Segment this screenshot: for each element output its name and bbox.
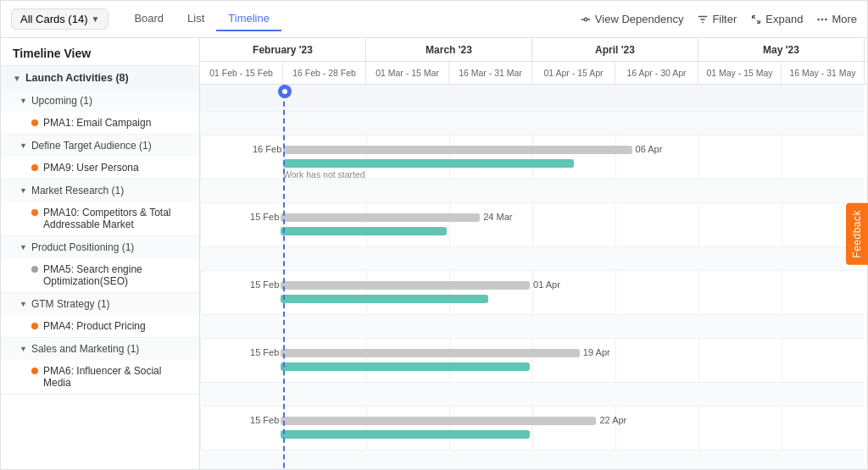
period-cell: 01 Mar - 15 Mar: [366, 62, 449, 84]
timeline-row-subgroup: [200, 247, 865, 271]
caret-icon: ▼: [13, 74, 21, 83]
subgroup-gtm[interactable]: ▼ GTM Strategy (1): [1, 293, 199, 315]
bar-label-left: 16 Feb: [253, 144, 281, 154]
svg-point-0: [818, 18, 821, 20]
bar-label-right: 06 Apr: [636, 144, 663, 154]
period-cell: 16 Feb - 28 Feb: [283, 62, 366, 84]
period-cell: 01 May - 15 May: [698, 62, 782, 84]
subgroup-gtm-label: GTM Strategy (1): [31, 298, 110, 310]
timeline-header: February '23March '23April '23May '23 01…: [200, 38, 867, 85]
toolbar-right: View Dependency Filter Expand More: [580, 13, 857, 25]
status-dot-orange: [31, 368, 38, 374]
caret-icon: ▼: [19, 345, 27, 353]
timeline-row-subgroup: [200, 383, 865, 406]
filter-icon: [697, 14, 709, 25]
filter-button[interactable]: Filter: [697, 13, 737, 25]
timeline-row-task: 15 Feb24 Mar: [200, 203, 865, 247]
bar-label-right: 22 Apr: [599, 415, 626, 425]
bar-label-left: 15 Feb: [250, 347, 279, 357]
task-pma4[interactable]: PMA4: Product Pricing: [1, 315, 199, 338]
subgroup-upcoming[interactable]: ▼ Upcoming (1): [1, 90, 199, 112]
period-cell: 16 May - 31 May: [782, 62, 865, 84]
filter-label: Filter: [712, 13, 737, 25]
timeline-row-subgroup: [200, 180, 865, 203]
sidebar-title: Timeline View: [1, 38, 199, 66]
bar-label-right: 19 Apr: [583, 347, 610, 357]
status-dot-orange: [31, 164, 38, 171]
more-button[interactable]: More: [816, 13, 857, 25]
subgroup-define[interactable]: ▼ Define Target Audience (1): [1, 135, 199, 157]
task-pma1-label: PMA1: Email Campaign: [43, 117, 151, 129]
month-cell: May '23: [698, 38, 865, 61]
subgroup-market-label: Market Research (1): [31, 185, 124, 196]
task-pma5[interactable]: PMA5: Search engine Optimization(SEO): [1, 258, 199, 293]
period-cell: 01 Feb - 15 Feb: [200, 62, 283, 84]
task-pma6[interactable]: PMA6: Influencer & Social Media: [1, 360, 199, 395]
feedback-button[interactable]: Feedback: [846, 203, 867, 265]
gantt-bar-gray: [283, 146, 632, 154]
expand-button[interactable]: Expand: [750, 13, 803, 25]
view-tabs: Board List Timeline: [122, 7, 281, 31]
caret-icon: ▼: [19, 186, 27, 195]
subgroup-sales[interactable]: ▼ Sales and Marketing (1): [1, 338, 199, 360]
view-dependency-label: View Dependency: [595, 13, 684, 25]
caret-icon: ▼: [19, 97, 27, 105]
caret-icon: ▼: [19, 243, 27, 252]
gantt-bar-gray: [281, 417, 596, 425]
task-pma10[interactable]: PMA10: Competitors & Total Addressable M…: [1, 202, 199, 236]
timeline-row-task: 16 Feb06 AprWork has not started: [200, 135, 865, 180]
subgroup-define-label: Define Target Audience (1): [31, 140, 152, 152]
tab-timeline[interactable]: Timeline: [216, 7, 281, 31]
subgroup-upcoming-label: Upcoming (1): [31, 95, 92, 107]
gantt-bar-teal: [281, 227, 447, 235]
tab-list[interactable]: List: [175, 7, 216, 31]
task-pma9[interactable]: PMA9: User Persona: [1, 157, 199, 180]
group-launch-label: Launch Activities (8): [25, 72, 129, 84]
task-pma6-label: PMA6: Influencer & Social Media: [43, 365, 187, 389]
period-cell: 16 Apr - 30 Apr: [615, 62, 698, 84]
card-selector-label: All Cards (14): [20, 13, 87, 25]
top-bar: All Cards (14) ▼ Board List Timeline Vie…: [1, 1, 867, 38]
month-cell: February '23: [200, 38, 366, 61]
month-cell: April '23: [532, 38, 698, 61]
period-cell: 16 Mar - 31 Mar: [449, 62, 532, 84]
status-dot-orange: [31, 119, 38, 126]
timeline-rows: 16 Feb06 AprWork has not started15 Feb24…: [200, 85, 865, 469]
bar-label-left: 15 Feb: [250, 212, 279, 222]
gantt-bar-teal: [281, 430, 530, 439]
period-cell: 01 Apr - 15 Apr: [532, 62, 615, 84]
timeline-area[interactable]: February '23March '23April '23May '23 01…: [200, 38, 867, 469]
timeline-row-task: 15 Feb22 Apr: [200, 406, 865, 451]
subgroup-sales-label: Sales and Marketing (1): [31, 343, 139, 355]
gantt-bar-gray: [281, 281, 530, 290]
status-dot-gray: [31, 266, 38, 273]
gantt-bar-gray: [281, 213, 480, 222]
gantt-bar-teal: [283, 159, 574, 168]
task-pma4-label: PMA4: Product Pricing: [43, 320, 146, 332]
task-pma10-label: PMA10: Competitors & Total Addressable M…: [43, 207, 187, 230]
svg-point-2: [825, 18, 827, 20]
view-dependency-button[interactable]: View Dependency: [580, 13, 684, 25]
expand-icon: [750, 14, 762, 25]
timeline-row-task: 15 Feb01 Apr: [200, 271, 865, 315]
status-dot-orange: [31, 323, 38, 329]
timeline-row-group: [200, 85, 865, 112]
more-label: More: [832, 13, 857, 25]
sidebar: Timeline View ▼ Launch Activities (8) ▼ …: [1, 38, 200, 469]
card-selector[interactable]: All Cards (14) ▼: [11, 8, 108, 30]
timeline-row-task: 15 Feb19 Apr: [200, 339, 865, 383]
svg-point-1: [821, 18, 824, 20]
subgroup-positioning[interactable]: ▼ Product Positioning (1): [1, 236, 199, 258]
subgroup-market[interactable]: ▼ Market Research (1): [1, 180, 199, 202]
bar-note: Work has not started: [283, 169, 365, 180]
group-launch-activities[interactable]: ▼ Launch Activities (8): [1, 66, 199, 90]
subgroup-positioning-label: Product Positioning (1): [31, 241, 134, 253]
task-pma1[interactable]: PMA1: Email Campaign: [1, 112, 199, 135]
caret-icon: ▼: [19, 300, 27, 308]
dependency-icon: [580, 14, 592, 25]
task-pma5-label: PMA5: Search engine Optimization(SEO): [43, 263, 187, 287]
month-row: February '23March '23April '23May '23: [200, 38, 867, 62]
tab-board[interactable]: Board: [122, 7, 175, 31]
period-row: 01 Feb - 15 Feb16 Feb - 28 Feb01 Mar - 1…: [200, 62, 867, 84]
bar-label-left: 15 Feb: [250, 279, 279, 290]
